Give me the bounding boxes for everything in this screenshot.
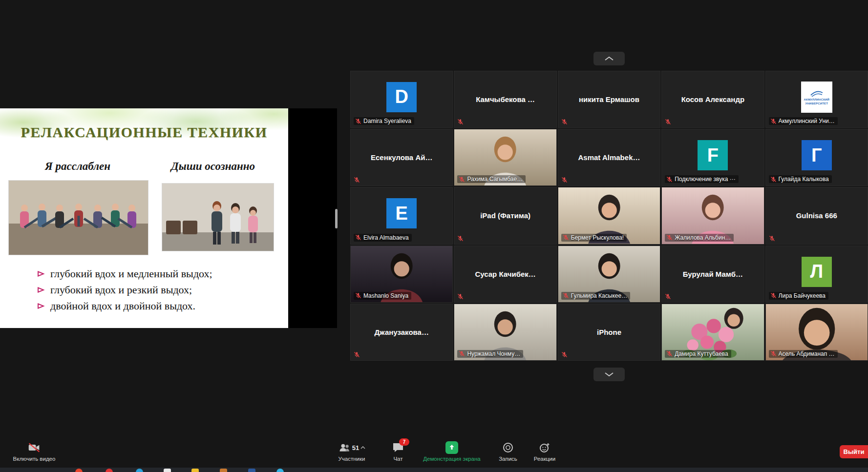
bullet-item: двойной вдох и двойной выдох. — [37, 298, 212, 314]
participant-tile[interactable]: Гульмира Касыкее… — [558, 246, 660, 303]
participant-name: Дамира Куттубаева — [675, 350, 728, 357]
participant-tile[interactable]: АКМУЛЛИНСКИЙ УНИВЕРСИТЕТ Акмуллинский Ун… — [765, 71, 868, 128]
camera-off-icon — [28, 442, 41, 453]
participant-name: Нуржамал Чонму… — [467, 350, 520, 357]
start-video-label: Включить видео — [13, 456, 56, 462]
participant-tile[interactable]: Косов Александр — [661, 71, 764, 128]
chat-label: Чат — [393, 456, 402, 462]
participant-name: Камчыбекова … — [454, 71, 556, 127]
bullet-text: глубокий вдох и медленный выдох; — [50, 267, 212, 280]
participant-tile[interactable]: iPad (Фатима) — [454, 187, 556, 244]
participant-tile[interactable]: Л Лира Байчукеева — [765, 246, 868, 303]
participant-tile[interactable]: Дамира Куттубаева — [661, 304, 764, 361]
participant-name: Gulnisa 666 — [766, 187, 868, 244]
participant-name: Elvira Almabaeva — [363, 234, 409, 241]
participant-name: Гулайда Калыкова — [779, 176, 829, 183]
record-label: Запись — [499, 456, 517, 462]
reactions-icon — [538, 442, 551, 453]
muted-mic-icon — [770, 118, 777, 124]
participant-tile[interactable]: Джанузакова… — [350, 304, 453, 361]
reactions-label: Реакции — [534, 456, 555, 462]
participant-tile[interactable]: Жалилова Альбин… — [661, 187, 764, 244]
panel-resize-handle[interactable] — [335, 209, 338, 228]
photo-breathing-exercise — [162, 184, 274, 251]
participant-name: Damira Syeralieva — [363, 118, 411, 124]
participant-tile[interactable]: Г Гулайда Калыкова — [765, 129, 868, 186]
participant-tile[interactable]: Нуржамал Чонму… — [454, 304, 556, 361]
share-screen-label: Демонстрация экрана — [423, 456, 481, 462]
muted-mic-icon — [459, 350, 465, 357]
participant-tile[interactable]: Камчыбекова … — [454, 71, 556, 128]
slide-title: РЕЛАКСАЦИОННЫЕ ТЕХНИКИ — [0, 124, 288, 141]
participants-label: Участники — [339, 456, 365, 462]
participant-tile[interactable]: iPhone — [558, 304, 660, 361]
participant-name: Жалилова Альбин… — [675, 234, 731, 241]
participant-tile[interactable]: Gulnisa 666 — [765, 187, 868, 244]
muted-mic-icon — [769, 235, 775, 242]
share-screen-button[interactable]: Демонстрация экрана — [413, 440, 491, 462]
muted-mic-icon — [770, 350, 777, 357]
start-video-button[interactable]: Включить видео — [5, 440, 64, 462]
participant-name: Сусар Качибек… — [454, 246, 556, 302]
participant-tile[interactable]: Mashanlo Saniya — [350, 246, 453, 303]
muted-mic-icon — [665, 119, 671, 125]
participant-tile[interactable]: Есенкулова Ай… — [350, 129, 453, 186]
taskbar-app-icon[interactable] — [75, 469, 83, 472]
presentation-slide: РЕЛАКСАЦИОННЫЕ ТЕХНИКИ Я расслаблен Дыши… — [0, 108, 288, 328]
chevron-down-icon — [604, 372, 614, 377]
taskbar-app-icon[interactable] — [164, 469, 171, 472]
letter-avatar: F — [698, 140, 728, 170]
reactions-button[interactable]: Реакции — [525, 440, 564, 462]
participant-name: Асель Абдиманап … — [779, 350, 835, 357]
participant-tile[interactable]: никита Ермашов — [558, 71, 660, 128]
participant-name: Косов Александр — [662, 71, 763, 127]
zoom-meeting-window: РЕЛАКСАЦИОННЫЕ ТЕХНИКИ Я расслаблен Дыши… — [0, 0, 868, 472]
taskbar-app-icon[interactable] — [248, 469, 255, 472]
letter-avatar: E — [386, 198, 417, 228]
muted-mic-icon — [563, 234, 569, 241]
muted-mic-icon — [561, 351, 568, 358]
chat-button[interactable]: 7 Чат — [383, 440, 413, 462]
gallery-scroll-up-button[interactable] — [593, 52, 625, 65]
bullet-item: глубокий вдох и медленный выдох; — [37, 266, 212, 282]
muted-mic-icon — [666, 176, 673, 183]
participant-tile[interactable]: Асель Абдиманап … — [765, 304, 868, 361]
gallery-scroll-down-button[interactable] — [593, 368, 625, 381]
logo-text: АКМУЛЛИНСКИЙ — [804, 98, 829, 102]
participant-tile[interactable]: D Damira Syeralieva — [350, 71, 453, 128]
participant-tile[interactable]: Бурулай Мамб… — [661, 246, 764, 303]
muted-mic-icon — [355, 118, 361, 124]
bullet-text: глубокий вдох и резкий выдох; — [50, 284, 192, 296]
taskbar-app-icon[interactable] — [191, 469, 199, 472]
taskbar-app-icon[interactable] — [106, 469, 113, 472]
record-button[interactable]: Запись — [491, 440, 525, 462]
muted-mic-icon — [666, 350, 673, 357]
participants-count: 51 — [352, 444, 359, 451]
chevron-up-icon — [360, 446, 365, 449]
photo-group-stretching — [9, 181, 148, 255]
participant-name: Лира Байчукеева — [779, 292, 826, 299]
bullet-item: глубокий вдох и резкий выдох; — [37, 282, 212, 298]
participants-button[interactable]: 51 Участники — [320, 440, 383, 462]
chevron-up-icon — [604, 56, 614, 61]
participant-name: Рахима Сагымбае… — [467, 176, 523, 183]
participant-tile[interactable]: E Elvira Almabaeva — [350, 187, 453, 244]
participant-tile[interactable]: Рахима Сагымбае… — [454, 129, 556, 186]
muted-mic-icon — [354, 351, 360, 358]
taskbar-app-icon[interactable] — [276, 469, 284, 472]
windows-taskbar — [0, 468, 868, 472]
participant-tile[interactable]: F Подключение звука ··· — [661, 129, 764, 186]
participant-name: Джанузакова… — [351, 304, 452, 360]
taskbar-app-icon[interactable] — [220, 469, 227, 472]
leave-meeting-button[interactable]: Выйти — [840, 445, 868, 458]
participant-tile[interactable]: Сусар Качибек… — [454, 246, 556, 303]
muted-mic-icon — [665, 293, 671, 300]
chat-unread-badge: 7 — [399, 438, 409, 446]
participant-tile[interactable]: Бермет Рыскулова! — [558, 187, 660, 244]
participant-tile[interactable]: Asmat Almabek… — [558, 129, 660, 186]
letter-avatar: D — [386, 82, 417, 112]
muted-mic-icon — [355, 292, 361, 299]
muted-mic-icon — [457, 235, 464, 242]
muted-mic-icon — [354, 177, 360, 183]
taskbar-app-icon[interactable] — [136, 469, 143, 472]
